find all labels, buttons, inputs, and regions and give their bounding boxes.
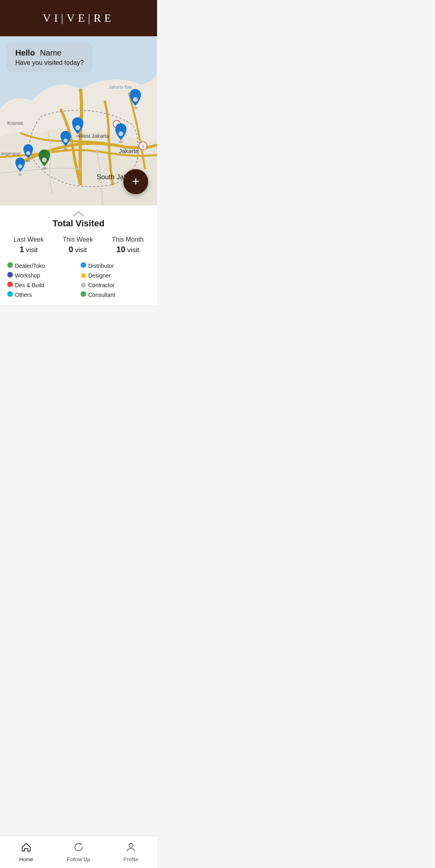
legend-item-contractor: Contractor [81, 282, 150, 289]
legend-label-des-build: Des & Build [15, 282, 44, 288]
svg-point-13 [118, 141, 123, 143]
last-week-stat: Last Week 1 visit [13, 236, 44, 254]
pin-icon [7, 291, 13, 298]
pin-icon [81, 291, 86, 298]
legend-item-des-build: Des & Build [7, 282, 77, 289]
legend-item-workshop: Workshop [7, 272, 77, 279]
svg-text:West Jakarta: West Jakarta [79, 133, 109, 139]
svg-point-21 [18, 174, 22, 176]
svg-text:angerang°: angerang° [1, 151, 21, 156]
greeting-hello: Hello [15, 48, 35, 57]
map-container: 2 1 Kramat Jakarta Bay angerang° West Ja… [0, 36, 157, 205]
stats-section: Total Visited Last Week 1 visit This Wee… [0, 205, 157, 305]
legend-label-consultant: Consultant [88, 292, 115, 298]
circle-icon [81, 273, 86, 278]
svg-point-26 [81, 283, 86, 288]
greeting-bubble: Hello Name Have you visited today? [6, 43, 93, 72]
last-week-label: Last Week [13, 236, 44, 243]
greeting-name: Name [40, 48, 61, 57]
legend-item-designer: Designer [81, 272, 150, 279]
this-month-stat: This Month 10 visit [112, 236, 143, 254]
legend-label-designer: Designer [88, 272, 111, 279]
svg-text:Jakarta: Jakarta [119, 147, 139, 154]
legend-label-others: Others [15, 292, 32, 298]
svg-point-11 [133, 107, 138, 109]
svg-point-22 [18, 164, 22, 168]
svg-point-16 [75, 125, 80, 130]
visit-stats-row: Last Week 1 visit This Week 0 visit This… [0, 236, 157, 254]
svg-point-25 [81, 273, 86, 278]
svg-text:Jakarta Bay: Jakarta Bay [109, 85, 133, 89]
total-visited-title: Total Visited [0, 218, 157, 229]
legend-item-consultant: Consultant [81, 291, 150, 298]
pin-icon [81, 262, 86, 269]
app-header: VI|VE|RE [0, 0, 157, 36]
legend-item-dealer-toko: Dealer/Toko [7, 262, 77, 269]
greeting-subtitle: Have you visited today? [15, 59, 84, 66]
pin-icon [7, 272, 13, 279]
this-month-value: 10 visit [112, 245, 143, 254]
legend-label-contractor: Contractor [88, 282, 114, 288]
legend-item-others: Others [7, 291, 77, 298]
legend-item-distributor: Distributor [81, 262, 150, 269]
legend-grid: Dealer/Toko Distributor Workshop Designe… [0, 262, 157, 298]
app-logo: VI|VE|RE [43, 12, 114, 25]
svg-point-23 [42, 167, 47, 170]
svg-point-24 [42, 157, 47, 162]
svg-point-18 [64, 139, 68, 143]
svg-point-17 [63, 148, 68, 150]
svg-text:Kramat: Kramat [7, 120, 23, 126]
map-background: 2 1 Kramat Jakarta Bay angerang° West Ja… [0, 36, 157, 205]
legend-label-workshop: Workshop [15, 272, 40, 279]
legend-label-dealer-toko: Dealer/Toko [15, 263, 45, 269]
add-visit-button[interactable]: + [123, 169, 148, 194]
svg-text:2: 2 [142, 144, 144, 148]
pin-icon [7, 262, 13, 269]
this-week-value: 0 visit [62, 245, 93, 254]
chevron-up-icon[interactable] [0, 205, 157, 218]
svg-point-12 [133, 97, 138, 102]
svg-point-14 [118, 131, 123, 136]
this-week-label: This Week [62, 236, 93, 243]
svg-point-20 [26, 151, 30, 155]
svg-point-19 [26, 160, 30, 162]
last-week-value: 1 visit [13, 245, 44, 254]
circle-icon [81, 282, 86, 288]
this-month-label: This Month [112, 236, 143, 243]
this-week-stat: This Week 0 visit [62, 236, 93, 254]
pin-icon [7, 282, 13, 289]
svg-point-15 [75, 135, 80, 137]
legend-label-distributor: Distributor [88, 263, 114, 269]
